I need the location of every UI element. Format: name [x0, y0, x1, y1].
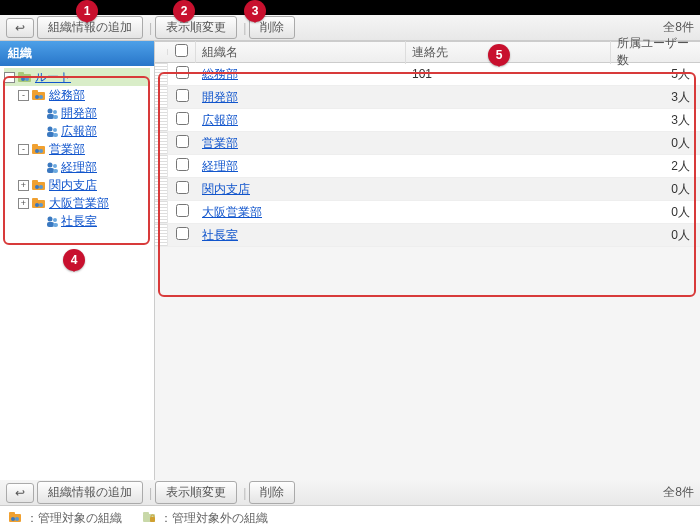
- svg-point-32: [48, 217, 53, 222]
- people-icon: [45, 125, 59, 137]
- drag-handle[interactable]: [155, 224, 168, 246]
- row-name-cell: 開発部: [196, 87, 406, 108]
- table-row: 営業部0人: [155, 132, 700, 155]
- row-name-cell: 大阪営業部: [196, 202, 406, 223]
- tree-node[interactable]: 経理部: [4, 158, 150, 176]
- tree-node[interactable]: 広報部: [4, 122, 150, 140]
- svg-rect-37: [9, 512, 15, 515]
- svg-point-27: [39, 185, 43, 189]
- svg-rect-1: [18, 72, 24, 75]
- separator: |: [149, 21, 152, 35]
- drag-handle[interactable]: [155, 132, 168, 154]
- row-users-cell: 0人: [611, 133, 700, 154]
- tree-node[interactable]: 社長室: [4, 212, 150, 230]
- svg-point-26: [35, 185, 39, 189]
- org-link[interactable]: 広報部: [202, 113, 238, 127]
- tree-toggle-icon[interactable]: +: [18, 198, 29, 209]
- org-link[interactable]: 大阪営業部: [202, 205, 262, 219]
- svg-rect-23: [53, 169, 58, 173]
- row-check-cell: [168, 133, 196, 153]
- managed-folder-icon: [8, 511, 22, 526]
- svg-point-33: [53, 218, 57, 222]
- tree-toggle-spacer: [32, 216, 43, 227]
- drag-handle[interactable]: [155, 109, 168, 131]
- back-button[interactable]: ↩: [6, 18, 34, 38]
- svg-point-2: [21, 77, 25, 81]
- row-checkbox[interactable]: [176, 181, 189, 194]
- callout-1: 1: [76, 0, 98, 22]
- row-checkbox[interactable]: [176, 135, 189, 148]
- svg-rect-11: [53, 115, 58, 119]
- tree-node[interactable]: +大阪営業部: [4, 194, 150, 212]
- row-check-cell: [168, 87, 196, 107]
- reorder-button-bottom[interactable]: 表示順変更: [155, 481, 237, 504]
- table-row: 開発部3人: [155, 86, 700, 109]
- tree-toggle-icon[interactable]: -: [18, 90, 29, 101]
- col-drag: [155, 49, 168, 55]
- svg-point-20: [48, 163, 53, 168]
- tree-node-link[interactable]: 社長室: [61, 213, 97, 230]
- top-black-bar: [0, 0, 700, 15]
- row-users-cell: 2人: [611, 156, 700, 177]
- select-all-checkbox[interactable]: [175, 44, 188, 57]
- table-row: 経理部2人: [155, 155, 700, 178]
- back-button-bottom[interactable]: ↩: [6, 483, 34, 503]
- tree-node-link[interactable]: 大阪営業部: [49, 195, 109, 212]
- tree-node-link[interactable]: 総務部: [49, 87, 85, 104]
- tree-node[interactable]: -総務部: [4, 86, 150, 104]
- drag-handle[interactable]: [155, 201, 168, 223]
- svg-point-18: [35, 149, 39, 153]
- org-link[interactable]: 関内支店: [202, 182, 250, 196]
- svg-rect-35: [53, 223, 58, 227]
- tree-toggle-icon[interactable]: +: [18, 180, 29, 191]
- tree-toggle-icon[interactable]: -: [4, 72, 15, 83]
- tree-toggle-icon[interactable]: -: [18, 144, 29, 155]
- tree-node[interactable]: 開発部: [4, 104, 150, 122]
- table-row: 大阪営業部0人: [155, 201, 700, 224]
- row-checkbox[interactable]: [176, 112, 189, 125]
- row-checkbox[interactable]: [176, 227, 189, 240]
- tree-node-link[interactable]: 関内支店: [49, 177, 97, 194]
- content-area: 組織 -ルート-総務部開発部広報部-営業部経理部+関内支店+大阪営業部社長室 組…: [0, 41, 700, 480]
- org-link[interactable]: 総務部: [202, 67, 238, 81]
- row-checkbox[interactable]: [176, 158, 189, 171]
- tree-node[interactable]: -ルート: [4, 68, 150, 86]
- folder-icon: [31, 89, 47, 101]
- drag-handle[interactable]: [155, 86, 168, 108]
- row-checkbox[interactable]: [176, 204, 189, 217]
- reorder-button[interactable]: 表示順変更: [155, 16, 237, 39]
- svg-point-19: [39, 149, 43, 153]
- tree-node[interactable]: +関内支店: [4, 176, 150, 194]
- org-link[interactable]: 社長室: [202, 228, 238, 242]
- tree-node-link[interactable]: ルート: [35, 69, 71, 86]
- org-link[interactable]: 経理部: [202, 159, 238, 173]
- row-check-cell: [168, 179, 196, 199]
- tree-toggle-spacer: [32, 108, 43, 119]
- tree-node-link[interactable]: 営業部: [49, 141, 85, 158]
- tree-node-link[interactable]: 開発部: [61, 105, 97, 122]
- tree-node-link[interactable]: 経理部: [61, 159, 97, 176]
- table-row: 広報部3人: [155, 109, 700, 132]
- row-checkbox[interactable]: [176, 89, 189, 102]
- add-org-button-bottom[interactable]: 組織情報の追加: [37, 481, 143, 504]
- sidebar-header: 組織: [0, 41, 154, 66]
- row-checkbox[interactable]: [176, 66, 189, 79]
- callout-3: 3: [244, 0, 266, 22]
- drag-handle[interactable]: [155, 178, 168, 200]
- row-contact-cell: [406, 233, 611, 237]
- row-name-cell: 関内支店: [196, 179, 406, 200]
- org-link[interactable]: 開発部: [202, 90, 238, 104]
- drag-handle[interactable]: [155, 63, 168, 85]
- delete-button-bottom[interactable]: 削除: [249, 481, 295, 504]
- table-row: 総務部1015人: [155, 63, 700, 86]
- row-check-cell: [168, 225, 196, 245]
- svg-rect-17: [32, 144, 38, 147]
- col-name-header[interactable]: 組織名: [196, 41, 406, 64]
- tree-node[interactable]: -営業部: [4, 140, 150, 158]
- tree-node-link[interactable]: 広報部: [61, 123, 97, 140]
- tree-toggle-spacer: [32, 162, 43, 173]
- table-row: 社長室0人: [155, 224, 700, 247]
- drag-handle[interactable]: [155, 155, 168, 177]
- org-link[interactable]: 営業部: [202, 136, 238, 150]
- row-name-cell: 広報部: [196, 110, 406, 131]
